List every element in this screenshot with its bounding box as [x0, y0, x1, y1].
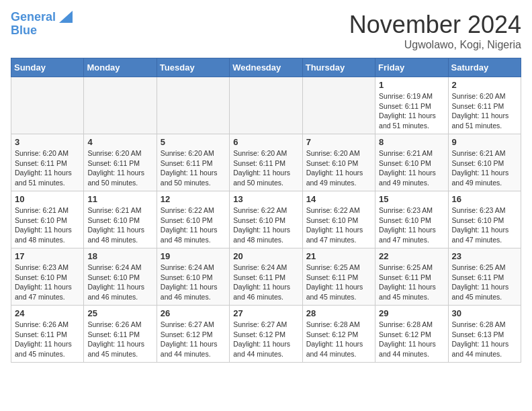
- day-number: 19: [161, 251, 226, 261]
- day-number: 14: [306, 194, 371, 204]
- calendar-cell: 3Sunrise: 6:20 AM Sunset: 6:11 PM Daylig…: [11, 134, 84, 191]
- calendar-header-sunday: Sunday: [11, 58, 84, 77]
- calendar-cell: 11Sunrise: 6:21 AM Sunset: 6:10 PM Dayli…: [84, 191, 157, 248]
- calendar-cell: 26Sunrise: 6:27 AM Sunset: 6:12 PM Dayli…: [157, 306, 229, 363]
- day-number: 21: [306, 251, 371, 261]
- calendar-header-thursday: Thursday: [302, 58, 375, 77]
- calendar-cell: 1Sunrise: 6:19 AM Sunset: 6:11 PM Daylig…: [375, 77, 448, 134]
- day-number: 2: [452, 80, 517, 90]
- day-number: 22: [379, 251, 444, 261]
- calendar-cell: 25Sunrise: 6:26 AM Sunset: 6:11 PM Dayli…: [84, 306, 157, 363]
- calendar-cell: 14Sunrise: 6:22 AM Sunset: 6:10 PM Dayli…: [302, 191, 375, 248]
- calendar-cell: 21Sunrise: 6:25 AM Sunset: 6:11 PM Dayli…: [302, 248, 375, 306]
- calendar-cell: 5Sunrise: 6:20 AM Sunset: 6:11 PM Daylig…: [157, 134, 229, 191]
- day-number: 28: [306, 308, 371, 318]
- logo-text: General: [11, 11, 56, 24]
- day-info: Sunrise: 6:24 AM Sunset: 6:10 PM Dayligh…: [161, 263, 226, 302]
- day-number: 6: [233, 137, 298, 147]
- title-block: November 2024 Ugwolawo, Kogi, Nigeria: [349, 11, 521, 51]
- day-number: 7: [306, 137, 371, 147]
- calendar-cell: 22Sunrise: 6:25 AM Sunset: 6:11 PM Dayli…: [375, 248, 448, 306]
- calendar-cell: 29Sunrise: 6:28 AM Sunset: 6:12 PM Dayli…: [375, 306, 448, 363]
- day-info: Sunrise: 6:19 AM Sunset: 6:11 PM Dayligh…: [379, 91, 444, 131]
- calendar-cell: 9Sunrise: 6:21 AM Sunset: 6:10 PM Daylig…: [448, 134, 521, 191]
- day-number: 4: [87, 137, 152, 147]
- svg-marker-0: [59, 11, 73, 23]
- logo: General Blue: [11, 11, 73, 38]
- calendar-cell: 27Sunrise: 6:27 AM Sunset: 6:12 PM Dayli…: [230, 306, 302, 363]
- day-number: 5: [161, 137, 226, 147]
- day-number: 23: [452, 251, 517, 261]
- calendar-cell: 4Sunrise: 6:20 AM Sunset: 6:11 PM Daylig…: [84, 134, 157, 191]
- calendar-cell: 17Sunrise: 6:23 AM Sunset: 6:10 PM Dayli…: [11, 248, 84, 306]
- calendar-cell: 28Sunrise: 6:28 AM Sunset: 6:12 PM Dayli…: [302, 306, 375, 363]
- calendar-cell: [230, 77, 302, 134]
- day-info: Sunrise: 6:21 AM Sunset: 6:10 PM Dayligh…: [452, 148, 517, 188]
- calendar-cell: [84, 77, 157, 134]
- day-number: 3: [15, 137, 80, 147]
- logo-text-blue: Blue: [11, 24, 37, 37]
- day-info: Sunrise: 6:23 AM Sunset: 6:10 PM Dayligh…: [15, 263, 80, 302]
- calendar-week-row: 1Sunrise: 6:19 AM Sunset: 6:11 PM Daylig…: [11, 77, 521, 134]
- day-number: 8: [379, 137, 444, 147]
- day-number: 13: [233, 194, 298, 204]
- day-number: 10: [15, 194, 80, 204]
- calendar-cell: [11, 77, 84, 134]
- calendar-week-row: 24Sunrise: 6:26 AM Sunset: 6:11 PM Dayli…: [11, 306, 521, 363]
- day-info: Sunrise: 6:20 AM Sunset: 6:11 PM Dayligh…: [161, 148, 226, 188]
- calendar-header-wednesday: Wednesday: [230, 58, 302, 77]
- day-info: Sunrise: 6:20 AM Sunset: 6:10 PM Dayligh…: [306, 148, 371, 188]
- calendar-cell: 16Sunrise: 6:23 AM Sunset: 6:10 PM Dayli…: [448, 191, 521, 248]
- day-info: Sunrise: 6:28 AM Sunset: 6:13 PM Dayligh…: [452, 320, 517, 359]
- calendar-cell: 6Sunrise: 6:20 AM Sunset: 6:11 PM Daylig…: [230, 134, 302, 191]
- day-number: 24: [15, 308, 80, 318]
- day-number: 17: [15, 251, 80, 261]
- calendar-cell: [302, 77, 375, 134]
- calendar-header-friday: Friday: [375, 58, 448, 77]
- day-info: Sunrise: 6:23 AM Sunset: 6:10 PM Dayligh…: [379, 205, 444, 245]
- day-number: 1: [379, 80, 444, 90]
- day-info: Sunrise: 6:20 AM Sunset: 6:11 PM Dayligh…: [87, 148, 152, 188]
- calendar-cell: 7Sunrise: 6:20 AM Sunset: 6:10 PM Daylig…: [302, 134, 375, 191]
- day-number: 16: [452, 194, 517, 204]
- day-number: 20: [233, 251, 298, 261]
- calendar-cell: [157, 77, 229, 134]
- day-info: Sunrise: 6:24 AM Sunset: 6:10 PM Dayligh…: [87, 263, 152, 302]
- calendar-cell: 30Sunrise: 6:28 AM Sunset: 6:13 PM Dayli…: [448, 306, 521, 363]
- location: Ugwolawo, Kogi, Nigeria: [349, 39, 521, 51]
- day-number: 29: [379, 308, 444, 318]
- day-number: 30: [452, 308, 517, 318]
- calendar-cell: 8Sunrise: 6:21 AM Sunset: 6:10 PM Daylig…: [375, 134, 448, 191]
- calendar-cell: 18Sunrise: 6:24 AM Sunset: 6:10 PM Dayli…: [84, 248, 157, 306]
- calendar-week-row: 10Sunrise: 6:21 AM Sunset: 6:10 PM Dayli…: [11, 191, 521, 248]
- day-number: 11: [87, 194, 152, 204]
- day-info: Sunrise: 6:21 AM Sunset: 6:10 PM Dayligh…: [87, 205, 152, 245]
- calendar-cell: 2Sunrise: 6:20 AM Sunset: 6:11 PM Daylig…: [448, 77, 521, 134]
- day-number: 25: [87, 308, 152, 318]
- day-info: Sunrise: 6:25 AM Sunset: 6:11 PM Dayligh…: [306, 263, 371, 302]
- calendar-week-row: 3Sunrise: 6:20 AM Sunset: 6:11 PM Daylig…: [11, 134, 521, 191]
- day-info: Sunrise: 6:22 AM Sunset: 6:10 PM Dayligh…: [233, 205, 298, 245]
- day-info: Sunrise: 6:20 AM Sunset: 6:11 PM Dayligh…: [233, 148, 298, 188]
- day-info: Sunrise: 6:26 AM Sunset: 6:11 PM Dayligh…: [87, 320, 152, 359]
- day-number: 12: [161, 194, 226, 204]
- day-info: Sunrise: 6:20 AM Sunset: 6:11 PM Dayligh…: [452, 91, 517, 131]
- calendar-header-row: SundayMondayTuesdayWednesdayThursdayFrid…: [11, 58, 521, 77]
- day-number: 26: [161, 308, 226, 318]
- calendar-table: SundayMondayTuesdayWednesdayThursdayFrid…: [11, 58, 521, 363]
- calendar-cell: 23Sunrise: 6:25 AM Sunset: 6:11 PM Dayli…: [448, 248, 521, 306]
- day-info: Sunrise: 6:21 AM Sunset: 6:10 PM Dayligh…: [15, 205, 80, 245]
- day-info: Sunrise: 6:22 AM Sunset: 6:10 PM Dayligh…: [161, 205, 226, 245]
- logo-icon: [58, 9, 73, 24]
- day-number: 9: [452, 137, 517, 147]
- day-number: 15: [379, 194, 444, 204]
- day-info: Sunrise: 6:28 AM Sunset: 6:12 PM Dayligh…: [379, 320, 444, 359]
- calendar-header-monday: Monday: [84, 58, 157, 77]
- calendar-cell: 20Sunrise: 6:24 AM Sunset: 6:11 PM Dayli…: [230, 248, 302, 306]
- day-info: Sunrise: 6:27 AM Sunset: 6:12 PM Dayligh…: [233, 320, 298, 359]
- calendar-cell: 10Sunrise: 6:21 AM Sunset: 6:10 PM Dayli…: [11, 191, 84, 248]
- calendar-cell: 24Sunrise: 6:26 AM Sunset: 6:11 PM Dayli…: [11, 306, 84, 363]
- day-info: Sunrise: 6:20 AM Sunset: 6:11 PM Dayligh…: [15, 148, 80, 188]
- day-number: 18: [87, 251, 152, 261]
- day-info: Sunrise: 6:23 AM Sunset: 6:10 PM Dayligh…: [452, 205, 517, 245]
